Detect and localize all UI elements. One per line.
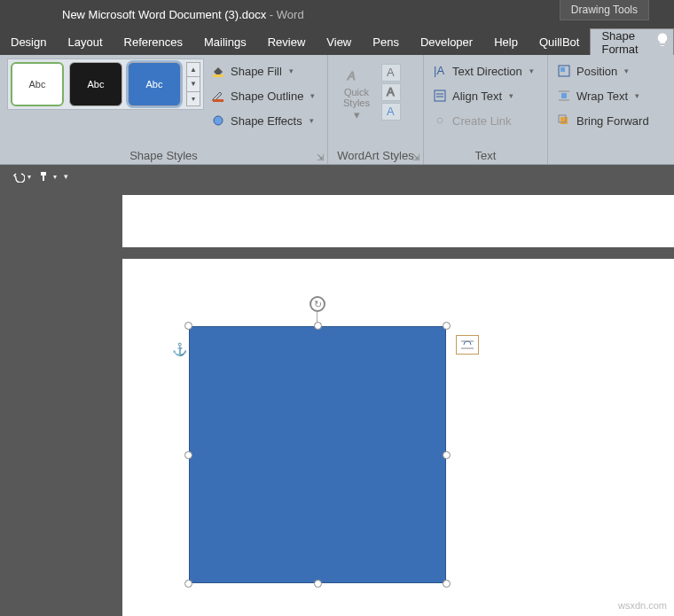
pencil-outline-icon	[211, 89, 225, 103]
text-fill-icon: A	[385, 66, 397, 79]
document-page[interactable]: ⚓ ↻	[122, 259, 674, 616]
text-fill-mini-button[interactable]: A	[381, 64, 401, 82]
chevron-down-icon: ▾	[310, 91, 315, 100]
shape-fill-label: Shape Fill	[231, 65, 282, 78]
text-effects-mini-button[interactable]: A	[381, 103, 401, 121]
tell-me-icon[interactable]	[654, 32, 670, 51]
gallery-scroll-up-icon[interactable]: ▲	[187, 63, 200, 77]
dialog-launcher-icon[interactable]: ⇲	[412, 150, 419, 166]
svg-text:A: A	[347, 69, 356, 82]
selected-shape[interactable]: ↻	[189, 326, 446, 583]
tab-review[interactable]: Review	[257, 28, 317, 55]
gallery-scroll: ▲ ▼ ▾	[186, 62, 200, 106]
quick-styles-label: Quick Styles	[335, 87, 378, 108]
svg-text:A: A	[387, 105, 395, 118]
tab-design[interactable]: Design	[0, 28, 57, 55]
position-button[interactable]: Position▾	[555, 60, 651, 82]
document-title: New Microsoft Word Document (3).docx - W…	[0, 8, 304, 21]
shape-outline-button[interactable]: Shape Outline▾	[209, 85, 317, 106]
resize-handle-tr[interactable]	[443, 322, 451, 330]
svg-rect-0	[213, 74, 223, 77]
group-shape-styles: Abc Abc Abc ▲ ▼ ▾ Shape Fill▾ Shape Outl…	[0, 55, 328, 164]
tab-quillbot[interactable]: QuillBot	[529, 28, 591, 55]
shape-style-gallery[interactable]: Abc Abc Abc ▲ ▼ ▾	[7, 58, 204, 110]
wrap-text-button[interactable]: Wrap Text▾	[555, 85, 651, 106]
group-label-shape-styles: Shape Styles	[129, 149, 198, 162]
tab-mailings[interactable]: Mailings	[193, 28, 257, 55]
create-link-label: Create Link	[452, 114, 511, 128]
shape-effects-button[interactable]: Shape Effects▾	[209, 110, 317, 131]
shape-style-thumb-1[interactable]: Abc	[11, 62, 64, 106]
resize-handle-bm[interactable]	[314, 580, 322, 588]
contextual-tab-label: Drawing Tools	[560, 0, 649, 20]
tab-help[interactable]: Help	[483, 28, 529, 55]
tab-developer[interactable]: Developer	[410, 28, 483, 55]
format-painter-icon	[38, 170, 51, 183]
chevron-down-icon: ▾	[27, 173, 31, 181]
layout-options-icon	[459, 339, 475, 351]
resize-handle-br[interactable]	[443, 580, 451, 588]
resize-handle-tl[interactable]	[184, 322, 192, 330]
text-direction-label: Text Direction	[452, 65, 522, 78]
document-area: ⚓ ↻ wsxdn.com	[0, 188, 674, 616]
svg-text:|A: |A	[434, 64, 444, 77]
bring-forward-label: Bring Forward	[576, 114, 649, 128]
chevron-down-icon: ▾	[635, 91, 639, 100]
chevron-down-icon: ▾	[354, 108, 360, 121]
title-separator: -	[266, 8, 277, 21]
rotate-handle[interactable]: ↻	[310, 296, 325, 312]
bring-forward-button[interactable]: Bring Forward	[555, 110, 651, 131]
group-label-text: Text	[475, 149, 497, 162]
align-text-icon	[433, 89, 447, 103]
shape-style-thumb-3[interactable]: Abc	[128, 62, 181, 106]
shape-outline-label: Shape Outline	[231, 90, 303, 103]
group-arrange: Position▾ Wrap Text▾ Bring Forward	[548, 55, 674, 164]
svg-rect-13	[560, 67, 565, 72]
svg-text:A: A	[387, 66, 395, 79]
tab-view[interactable]: View	[316, 28, 362, 55]
layout-options-button[interactable]	[456, 335, 479, 355]
resize-handle-tm[interactable]	[314, 322, 322, 330]
tab-pens[interactable]: Pens	[362, 28, 410, 55]
resize-handle-mr[interactable]	[443, 451, 451, 459]
qat-more-button[interactable]: ▾	[64, 172, 68, 181]
chevron-down-icon: ▾	[310, 116, 314, 125]
group-wordart-styles: A Quick Styles ▾ A A A WordArt Styles⇲	[328, 55, 424, 164]
shape-fill-button[interactable]: Shape Fill▾	[209, 60, 317, 82]
group-label-wordart: WordArt Styles	[337, 149, 413, 162]
wordart-mini-buttons: A A A	[378, 58, 401, 121]
app-name: Word	[277, 8, 304, 21]
svg-rect-1	[213, 99, 223, 102]
gallery-scroll-down-icon[interactable]: ▼	[187, 77, 200, 91]
tab-layout[interactable]: Layout	[57, 28, 113, 55]
shape-style-thumb-2[interactable]: Abc	[69, 62, 122, 106]
svg-rect-17	[560, 117, 568, 124]
bring-forward-icon	[557, 113, 571, 128]
resize-handle-bl[interactable]	[184, 580, 192, 588]
chevron-down-icon: ▾	[529, 66, 534, 75]
text-outline-mini-button[interactable]: A	[381, 83, 401, 101]
create-link-button: Create Link	[431, 110, 536, 131]
chevron-down-icon: ▾	[624, 66, 629, 75]
svg-text:A: A	[387, 86, 395, 98]
wordart-a-icon: A	[344, 62, 369, 87]
shape-effects-label: Shape Effects	[231, 114, 302, 128]
text-direction-button[interactable]: |A Text Direction▾	[431, 60, 536, 82]
undo-button[interactable]: ▾	[12, 170, 31, 183]
title-bar: New Microsoft Word Document (3).docx - W…	[0, 0, 674, 28]
text-outline-icon: A	[385, 86, 397, 98]
gallery-more-icon[interactable]: ▾	[187, 92, 200, 105]
rectangle-shape[interactable]	[189, 326, 446, 583]
page-top-strip	[122, 195, 674, 247]
quick-styles-button: A Quick Styles ▾	[335, 58, 378, 121]
text-effects-icon: A	[385, 105, 397, 118]
link-icon	[433, 113, 447, 128]
svg-rect-14	[561, 93, 567, 98]
tab-references[interactable]: References	[114, 28, 193, 55]
dialog-launcher-icon[interactable]: ⇲	[317, 150, 324, 166]
ribbon: Abc Abc Abc ▲ ▼ ▾ Shape Fill▾ Shape Outl…	[0, 55, 674, 165]
align-text-button[interactable]: Align Text▾	[431, 85, 536, 106]
resize-handle-ml[interactable]	[184, 451, 192, 459]
watermark-text: wsxdn.com	[618, 600, 667, 611]
format-painter-button[interactable]: ▾	[38, 170, 57, 183]
